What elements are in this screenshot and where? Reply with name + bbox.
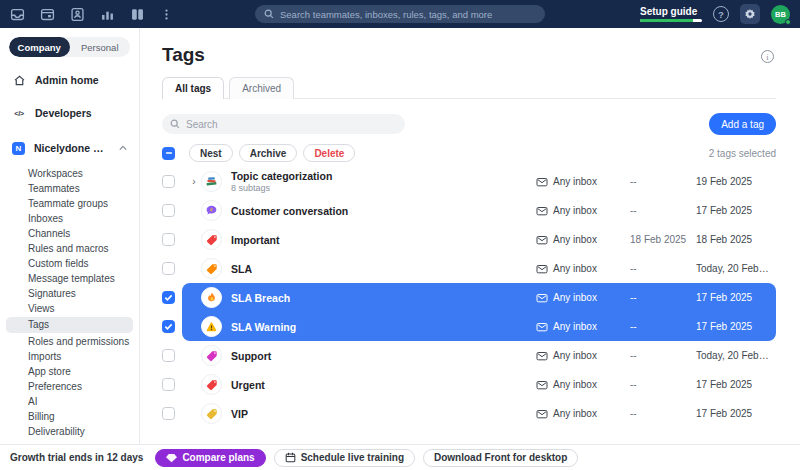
help-button[interactable]: ?: [713, 6, 729, 22]
envelope-icon: [536, 177, 548, 187]
envelope-icon: [536, 322, 548, 332]
sidebar-item-teammate-groups[interactable]: Teammate groups: [0, 196, 139, 211]
sidebar-item-views[interactable]: Views: [0, 301, 139, 316]
split-view-icon[interactable]: [130, 7, 145, 22]
calendar-icon: [285, 452, 296, 463]
toggle-personal[interactable]: Personal: [70, 37, 131, 57]
table-row: SLA WarningAny inbox--17 Feb 2025: [162, 312, 776, 341]
delete-button[interactable]: Delete: [303, 144, 355, 162]
scope-toggle: Company Personal: [9, 37, 130, 57]
inbox-label: Any inbox: [553, 292, 597, 303]
tag-name-cell: SLA: [231, 263, 536, 275]
download-desktop-button[interactable]: Download Front for desktop: [423, 449, 578, 467]
row-checkbox[interactable]: [162, 407, 175, 420]
sidebar-item-app-store[interactable]: App store: [0, 364, 139, 379]
sidebar-item-imports[interactable]: Imports: [0, 349, 139, 364]
expand-chevron-icon[interactable]: ›: [187, 176, 201, 187]
schedule-training-button[interactable]: Schedule live training: [274, 449, 415, 467]
tag-name-cell: Important: [231, 234, 536, 246]
table-row: UrgentAny inbox--17 Feb 2025: [162, 370, 776, 399]
select-all-checkbox[interactable]: [162, 147, 175, 160]
inbox-label: Any inbox: [553, 350, 597, 361]
add-tag-button[interactable]: Add a tag: [709, 113, 776, 135]
tags-table: ›Topic categorization8 subtagsAny inbox-…: [162, 167, 776, 428]
sidebar-item-workspaces[interactable]: Workspaces: [0, 166, 139, 181]
sidebar-item-channels[interactable]: Channels: [0, 226, 139, 241]
tag-row-body[interactable]: SLAAny inbox--Today, 20 Feb…: [182, 254, 776, 283]
sidebar-item-roles-and-permissions[interactable]: Roles and permissions: [0, 334, 139, 349]
nest-button[interactable]: Nest: [189, 144, 233, 162]
row-checkbox[interactable]: [162, 233, 175, 246]
tag-row-body[interactable]: ImportantAny inbox18 Feb 202518 Feb 2025: [182, 225, 776, 254]
sidebar-item-custom-fields[interactable]: Custom fields: [0, 256, 139, 271]
sidebar-item-preferences[interactable]: Preferences: [0, 379, 139, 394]
sidebar-workspace-header[interactable]: N Nicelydone Wor...: [0, 138, 139, 158]
envelope-icon: [536, 380, 548, 390]
tag-row-body[interactable]: VIPAny inbox--17 Feb 2025: [182, 399, 776, 428]
sidebar-item-rules-and-macros[interactable]: Rules and macros: [0, 241, 139, 256]
sidebar-item-teammates[interactable]: Teammates: [0, 181, 139, 196]
calendar-icon[interactable]: [40, 7, 55, 22]
tag-name: Urgent: [231, 379, 536, 391]
row-checkbox[interactable]: [162, 262, 175, 275]
selected-count: 2 tags selected: [709, 148, 776, 159]
date-cell-secondary: --: [630, 408, 696, 419]
user-avatar[interactable]: BB: [771, 5, 790, 24]
archive-button[interactable]: Archive: [239, 144, 298, 162]
sidebar-item-admin-home[interactable]: Admin home: [0, 70, 139, 90]
analytics-icon[interactable]: [100, 7, 115, 22]
sidebar-item-developers[interactable]: </> Developers: [0, 103, 139, 123]
date-cell-created: Today, 20 Feb…: [696, 263, 772, 274]
sidebar-item-billing[interactable]: Billing: [0, 409, 139, 424]
date-cell-secondary: --: [630, 176, 696, 187]
row-checkbox[interactable]: [162, 349, 175, 362]
avatar-initials: BB: [775, 10, 786, 19]
compare-plans-button[interactable]: Compare plans: [155, 449, 265, 467]
envelope-icon: [536, 264, 548, 274]
sidebar-item-inboxes[interactable]: Inboxes: [0, 211, 139, 226]
row-checkbox[interactable]: [162, 175, 175, 188]
code-icon: </>: [12, 109, 26, 118]
tag-row-body[interactable]: Customer conversationAny inbox--17 Feb 2…: [182, 196, 776, 225]
schedule-training-label: Schedule live training: [301, 452, 404, 463]
tag-name-cell: VIP: [231, 408, 536, 420]
tag-row-body[interactable]: ›Topic categorization8 subtagsAny inbox-…: [182, 167, 776, 196]
sidebar-item-tags[interactable]: Tags: [6, 317, 133, 333]
fire-icon: [201, 287, 222, 308]
tab-archived[interactable]: Archived: [229, 77, 294, 99]
inbox-label: Any inbox: [553, 205, 597, 216]
top-bar: Search teammates, inboxes, rules, tags, …: [0, 0, 800, 28]
setup-guide-button[interactable]: Setup guide: [640, 6, 702, 22]
settings-gear-button[interactable]: [740, 4, 760, 24]
tag-row-body[interactable]: SupportAny inbox--Today, 20 Feb…: [182, 341, 776, 370]
table-row: ›Topic categorization8 subtagsAny inbox-…: [162, 167, 776, 196]
tag-name: SLA: [231, 263, 536, 275]
tag-row-body[interactable]: UrgentAny inbox--17 Feb 2025: [182, 370, 776, 399]
tab-all-tags[interactable]: All tags: [162, 77, 224, 99]
sidebar-item-signatures[interactable]: Signatures: [0, 286, 139, 301]
date-cell-created: 17 Feb 2025: [696, 408, 772, 419]
tag-row-body[interactable]: SLA WarningAny inbox--17 Feb 2025: [182, 312, 776, 341]
inbox-label: Any inbox: [553, 263, 597, 274]
inbox-icon[interactable]: [10, 7, 25, 22]
info-icon[interactable]: i: [761, 50, 774, 63]
tags-search-input[interactable]: Search: [162, 114, 405, 134]
toggle-company[interactable]: Company: [9, 37, 70, 57]
sidebar-item-message-templates[interactable]: Message templates: [0, 271, 139, 286]
more-icon[interactable]: [160, 7, 173, 22]
tag-row-body[interactable]: SLA BreachAny inbox--17 Feb 2025: [182, 283, 776, 312]
setup-guide-label: Setup guide: [640, 6, 702, 17]
speech-icon: [201, 200, 222, 221]
global-search-input[interactable]: Search teammates, inboxes, rules, tags, …: [255, 5, 545, 23]
row-checkbox[interactable]: [162, 291, 175, 304]
date-cell-secondary: --: [630, 379, 696, 390]
contacts-icon[interactable]: [70, 7, 85, 22]
row-checkbox[interactable]: [162, 320, 175, 333]
row-checkbox[interactable]: [162, 378, 175, 391]
inbox-label: Any inbox: [553, 176, 597, 187]
sidebar-item-ai[interactable]: AI: [0, 394, 139, 409]
books-icon: [201, 171, 222, 192]
sidebar-item-deliverability[interactable]: Deliverability: [0, 424, 139, 439]
inbox-cell: Any inbox: [536, 234, 630, 245]
row-checkbox[interactable]: [162, 204, 175, 217]
